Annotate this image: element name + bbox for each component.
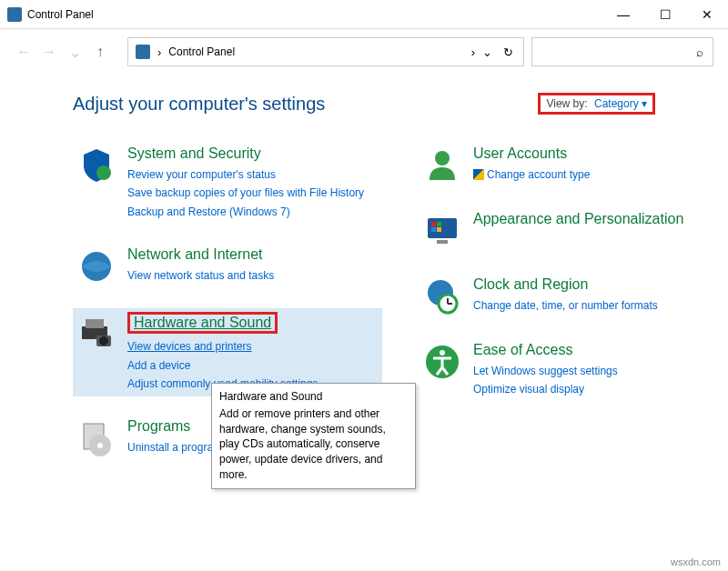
toolbar: ← → ⌄ ↑ › Control Panel › ⌄ ↻ ⌕ — [0, 29, 728, 75]
category-title[interactable]: Programs — [127, 418, 190, 435]
category-title[interactable]: Appearance and Personalization — [473, 211, 683, 227]
app-icon — [7, 7, 22, 22]
recent-dropdown[interactable]: ⌄ — [66, 43, 84, 61]
window-title: Control Panel — [27, 8, 602, 21]
address-chevron-2: › — [471, 45, 475, 59]
page-title: Adjust your computer's settings — [73, 94, 325, 115]
address-icon — [136, 45, 150, 59]
tooltip: Hardware and Sound Add or remove printer… — [211, 383, 416, 489]
svg-rect-13 — [431, 227, 436, 232]
category-link[interactable]: Change date, time, or number formats — [473, 296, 724, 315]
category-link[interactable]: Optimize visual display — [473, 380, 724, 398]
maximize-button[interactable]: ☐ — [644, 0, 686, 29]
svg-point-0 — [96, 165, 111, 180]
view-by-value: Category ▾ — [594, 97, 647, 110]
svg-rect-3 — [86, 319, 104, 328]
watermark: wsxdn.com — [671, 556, 721, 567]
forward-button[interactable]: → — [40, 43, 58, 61]
category-clock-region: Clock and Region Change date, time, or n… — [419, 273, 728, 320]
accessibility-icon — [422, 342, 462, 382]
search-icon: ⌕ — [696, 45, 703, 59]
category-link[interactable]: Add a device — [127, 356, 379, 375]
category-link[interactable]: View network status and tasks — [127, 266, 379, 285]
tooltip-body: Add or remove printers and other hardwar… — [219, 406, 408, 483]
close-button[interactable]: ✕ — [686, 0, 728, 29]
svg-rect-11 — [431, 222, 436, 226]
svg-point-9 — [435, 151, 450, 165]
category-appearance: Appearance and Personalization — [419, 207, 728, 255]
svg-rect-15 — [437, 240, 448, 244]
view-by-label: View by: — [546, 97, 587, 110]
svg-rect-14 — [437, 227, 441, 232]
category-user-accounts: User Accounts Change account type — [419, 142, 728, 189]
category-title[interactable]: User Accounts — [473, 145, 567, 162]
refresh-button[interactable]: ↻ — [500, 45, 516, 59]
category-ease-of-access: Ease of Access Let Windows suggest setti… — [419, 338, 728, 403]
category-link[interactable]: Let Windows suggest settings — [473, 362, 724, 380]
right-column: User Accounts Change account type Appear… — [419, 142, 728, 480]
category-title[interactable]: Network and Internet — [127, 246, 263, 263]
address-chevron: › — [157, 45, 161, 59]
minimize-button[interactable]: — — [602, 0, 644, 29]
category-link[interactable]: Backup and Restore (Windows 7) — [127, 203, 379, 221]
svg-rect-12 — [437, 222, 441, 226]
category-title[interactable]: System and Security — [127, 145, 261, 162]
user-icon — [422, 145, 462, 185]
tooltip-title: Hardware and Sound — [219, 389, 408, 405]
shield-icon — [76, 145, 116, 185]
svg-point-5 — [99, 336, 108, 346]
address-bar[interactable]: › Control Panel › ⌄ ↻ — [127, 37, 524, 66]
back-button[interactable]: ← — [15, 43, 33, 61]
svg-point-8 — [97, 443, 103, 448]
category-title[interactable]: Clock and Region — [473, 276, 588, 293]
category-system-security: System and Security Review your computer… — [73, 142, 382, 225]
titlebar: Control Panel — ☐ ✕ — [0, 0, 728, 29]
svg-point-21 — [440, 350, 445, 356]
uac-shield-icon — [473, 169, 484, 180]
category-link[interactable]: Review your computer's status — [127, 165, 379, 184]
category-network-internet: Network and Internet View network status… — [73, 243, 382, 290]
clock-icon — [422, 276, 462, 316]
view-by-control[interactable]: View by: Category ▾ — [538, 93, 655, 115]
globe-icon — [76, 246, 116, 286]
address-path: Control Panel — [168, 45, 463, 58]
search-box[interactable]: ⌕ — [531, 37, 713, 66]
printer-icon — [76, 312, 116, 352]
category-link[interactable]: Change account type — [473, 165, 724, 184]
up-button[interactable]: ↑ — [91, 43, 109, 61]
category-link[interactable]: View devices and printers — [127, 337, 379, 356]
category-title[interactable]: Hardware and Sound — [127, 312, 278, 334]
category-title[interactable]: Ease of Access — [473, 342, 572, 358]
address-dropdown-icon[interactable]: ⌄ — [482, 45, 492, 59]
category-link[interactable]: Save backup copies of your files with Fi… — [127, 184, 379, 202]
monitor-icon — [422, 211, 462, 251]
disc-icon — [76, 418, 116, 458]
